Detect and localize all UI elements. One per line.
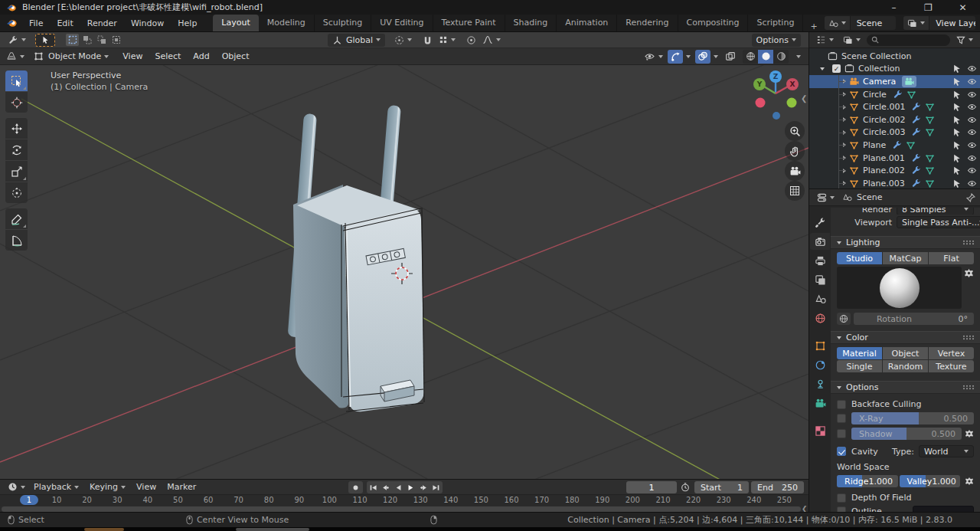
scene-collection-label[interactable]: Scene Collection — [841, 51, 911, 61]
frame-tick[interactable]: 70 — [228, 496, 250, 504]
maximize-button[interactable]: ❐ — [911, 0, 946, 15]
frame-end-field[interactable]: End 250 — [751, 481, 804, 493]
frame-tick[interactable]: 190 — [592, 496, 613, 504]
outliner-item-circle-003[interactable]: Circle.003 — [809, 126, 980, 139]
tab-world[interactable] — [810, 310, 830, 326]
frame-start-field[interactable]: Start 1 — [694, 481, 749, 493]
depth-of-field-checkbox[interactable] — [837, 493, 846, 503]
color-vertex-button[interactable]: Vertex — [929, 347, 974, 359]
viewport-editor-type-icon[interactable] — [3, 51, 28, 61]
tool-annotate[interactable] — [5, 208, 28, 229]
pivot-point-dropdown[interactable] — [391, 35, 415, 45]
record-button[interactable] — [348, 481, 363, 493]
playhead-current-frame[interactable]: 1 — [20, 495, 38, 505]
tab-render[interactable] — [810, 233, 830, 250]
visibility-eye-icon[interactable] — [967, 115, 977, 125]
shadow-settings-gear-icon[interactable] — [965, 429, 974, 438]
pan-view-button[interactable] — [785, 141, 805, 161]
frame-tick[interactable]: 250 — [773, 496, 795, 504]
gizmo-y-negative[interactable] — [787, 98, 797, 108]
frame-tick[interactable]: 110 — [349, 496, 371, 504]
outline-checkbox[interactable] — [837, 506, 846, 512]
tab-scene[interactable] — [810, 290, 830, 307]
timeline-menu-keying[interactable]: Keying — [84, 482, 131, 492]
timeline-menu-view[interactable]: View — [131, 482, 162, 492]
workspace-tab-shading[interactable]: Shading — [505, 15, 557, 31]
select-pointer-icon[interactable] — [952, 127, 962, 137]
next-keyframe-button[interactable] — [417, 481, 430, 493]
outline-color-swatch[interactable] — [913, 506, 974, 512]
frame-tick[interactable]: 130 — [410, 496, 431, 504]
use-preview-range-icon[interactable] — [681, 483, 690, 492]
camera-data-badge[interactable] — [902, 76, 916, 87]
select-pointer-icon[interactable] — [952, 115, 962, 125]
select-pointer-icon[interactable] — [952, 140, 962, 150]
sidebar-collapse-arrow[interactable]: ❮ — [801, 94, 807, 103]
frame-tick[interactable]: 230 — [713, 496, 734, 504]
shading-solid-button[interactable] — [758, 50, 773, 64]
outliner-display-mode-icon[interactable] — [840, 36, 864, 44]
select-pointer-icon[interactable] — [952, 153, 962, 163]
menu-render[interactable]: Render — [80, 18, 124, 28]
collection-label[interactable]: Collection — [858, 64, 900, 74]
shading-dropdown[interactable] — [796, 55, 801, 58]
xray-toggle[interactable] — [723, 50, 738, 64]
tool-measure[interactable] — [5, 230, 28, 251]
cavity-checkbox[interactable] — [837, 447, 846, 456]
workspace-tab-uv-editing[interactable]: UV Editing — [371, 15, 433, 31]
viewport-menu-object[interactable]: Object — [216, 51, 256, 61]
timeline-ruler[interactable]: 1102030405060708090100110120130140150160… — [0, 495, 808, 506]
blender-menu-icon[interactable] — [0, 18, 22, 28]
menu-edit[interactable]: Edit — [50, 18, 80, 28]
outliner-item-label[interactable]: Plane.002 — [863, 166, 905, 175]
viewport-menu-view[interactable]: View — [116, 51, 149, 61]
frame-tick[interactable]: 180 — [561, 496, 583, 504]
properties-editor-type-icon[interactable] — [814, 193, 838, 202]
previous-keyframe-button[interactable] — [380, 481, 393, 493]
outliner-item-plane-002[interactable]: Plane.002 — [809, 164, 980, 177]
outliner-item-plane-003[interactable]: Plane.003 — [809, 177, 980, 188]
tool-move[interactable] — [5, 118, 28, 139]
studio-light-gear-icon[interactable] — [964, 268, 974, 278]
backface-culling-checkbox[interactable] — [837, 400, 846, 409]
tab-constraints[interactable] — [810, 375, 830, 392]
select-pointer-icon[interactable] — [952, 64, 962, 74]
transform-orientation-dropdown[interactable]: Global — [328, 34, 385, 47]
snap-magnet-icon[interactable] — [420, 35, 436, 45]
menu-file[interactable]: File — [22, 18, 50, 28]
show-gizmo-toggle[interactable] — [668, 50, 683, 64]
frame-tick[interactable]: 150 — [470, 496, 492, 504]
frame-tick[interactable]: 50 — [167, 496, 188, 504]
frame-tick[interactable]: 200 — [622, 496, 643, 504]
tab-physics[interactable] — [810, 356, 830, 373]
view-layer-name[interactable]: View Layer — [929, 18, 975, 28]
scene-name[interactable]: Scene — [851, 18, 897, 28]
zoom-view-button[interactable] — [785, 121, 805, 141]
panel-drag-grip[interactable] — [962, 335, 974, 340]
frame-tick[interactable]: 80 — [258, 496, 279, 504]
current-frame-field[interactable]: 1 — [626, 481, 677, 493]
outliner-item-label[interactable]: Plane.001 — [863, 153, 905, 163]
frame-tick[interactable]: 220 — [683, 496, 704, 504]
workspace-tab-modeling[interactable]: Modeling — [259, 15, 315, 31]
visibility-eye-icon[interactable] — [967, 179, 977, 188]
visibility-eye-icon[interactable] — [967, 166, 977, 175]
select-mode-intersect-icon[interactable] — [109, 34, 122, 46]
viewport-samples-dropdown[interactable]: Single Pass Anti-... — [897, 216, 980, 228]
color-random-button[interactable]: Random — [883, 360, 928, 372]
tool-cursor[interactable] — [5, 92, 28, 113]
cavity-settings-gear-icon[interactable] — [965, 477, 974, 486]
outliner-item-label[interactable]: Circle — [863, 90, 887, 100]
select-mode-subtract-icon[interactable] — [95, 34, 108, 46]
select-mode-set-icon[interactable] — [66, 34, 79, 46]
proportional-falloff-dropdown[interactable] — [479, 35, 504, 44]
timeline-menu-marker[interactable]: Marker — [162, 482, 201, 492]
outliner-item-label[interactable]: Circle.003 — [863, 127, 905, 137]
tab-object-data[interactable] — [810, 395, 830, 411]
frame-tick[interactable]: 120 — [380, 496, 401, 504]
outliner-scene-collection[interactable]: Scene Collection — [809, 50, 980, 63]
timeline-menu-playback[interactable]: Playback — [28, 482, 84, 492]
scene-browse-icon[interactable] — [825, 16, 851, 30]
tab-output[interactable] — [810, 252, 830, 269]
frame-tick[interactable]: 140 — [440, 496, 462, 504]
